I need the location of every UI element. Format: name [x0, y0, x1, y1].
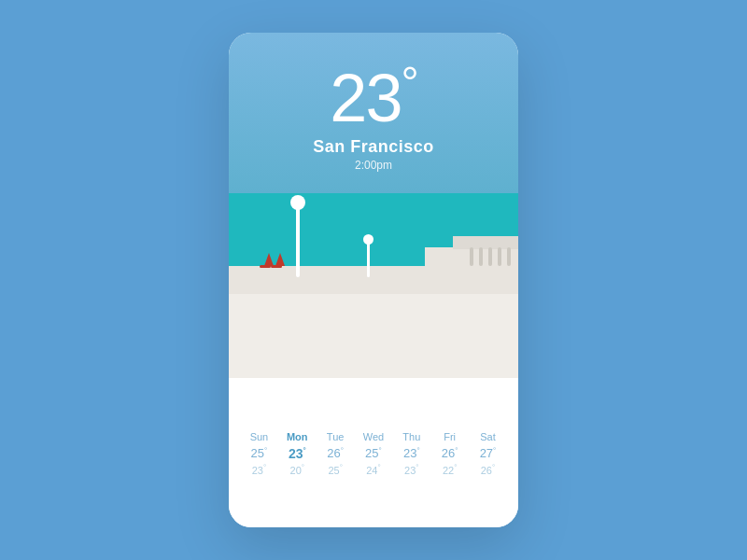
temp-high: 25° — [365, 446, 382, 460]
forecast-day-sun: Sun25°23° — [242, 431, 275, 475]
sky-section: 23° San Francisco 2:00pm — [229, 33, 518, 378]
day-label: Sat — [480, 431, 496, 442]
temp-high: 27° — [480, 446, 497, 460]
temp-low: 25° — [328, 463, 342, 476]
forecast-row: Sun25°23°Mon23°20°Tue26°25°Wed25°24°Thu2… — [240, 431, 507, 476]
temp-low: 26° — [481, 463, 495, 476]
city-name: San Francisco — [229, 137, 518, 157]
time-display: 2:00pm — [229, 159, 518, 172]
forecast-day-fri: Fri26°22° — [433, 431, 467, 475]
temp-low: 24° — [366, 463, 380, 476]
temperature-value: 23 — [330, 61, 401, 135]
columns — [470, 247, 511, 266]
temperature-display: 23° — [229, 61, 518, 132]
cone-1 — [264, 253, 274, 266]
day-label: Wed — [363, 431, 384, 442]
column-5 — [507, 247, 511, 266]
temp-low: 22° — [443, 463, 457, 476]
temp-low: 23° — [252, 463, 266, 476]
weather-info: 23° San Francisco 2:00pm — [229, 61, 518, 172]
temp-high: 23° — [403, 446, 420, 460]
temp-high: 26° — [442, 446, 458, 460]
cone-base-2 — [271, 265, 282, 268]
forecast-day-tue: Tue26°25° — [318, 431, 352, 475]
lamppost-tall — [296, 203, 300, 277]
day-label: Tue — [327, 431, 345, 442]
forecast-day-sat: Sat27°26° — [471, 431, 504, 475]
forecast-section: Sun25°23°Mon23°20°Tue26°25°Wed25°24°Thu2… — [229, 378, 518, 527]
forecast-day-wed: Wed25°24° — [357, 431, 390, 475]
temp-low: 23° — [404, 463, 418, 476]
column-3 — [488, 247, 492, 266]
day-label: Sun — [250, 431, 269, 442]
cone-2 — [275, 253, 285, 266]
column-2 — [479, 247, 483, 266]
temp-high: 26° — [327, 446, 344, 460]
day-label: Fri — [444, 431, 456, 442]
forecast-day-thu: Thu23°23° — [395, 431, 429, 475]
pier-platform — [229, 266, 444, 294]
temp-high: 25° — [251, 446, 268, 460]
bollard-lamp — [367, 240, 370, 277]
bollard-top-circle — [363, 234, 374, 245]
column-4 — [498, 247, 501, 266]
lamp-top-circle — [290, 195, 305, 210]
cone-base-1 — [260, 265, 271, 268]
weather-card: 23° San Francisco 2:00pm — [229, 33, 518, 527]
forecast-day-mon: Mon23°20° — [280, 431, 314, 476]
day-label: Mon — [287, 431, 308, 442]
day-label: Thu — [402, 431, 420, 442]
column-1 — [470, 247, 473, 266]
degree-symbol: ° — [401, 58, 416, 107]
temp-high: 23° — [289, 446, 306, 461]
temp-low: 20° — [290, 463, 304, 476]
